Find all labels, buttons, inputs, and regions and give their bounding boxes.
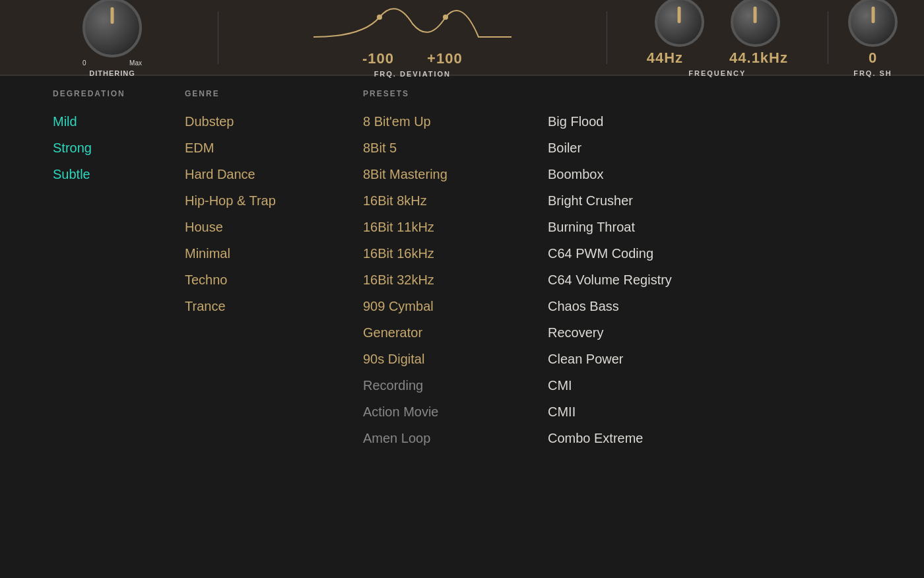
degradation-item-strong[interactable]: Strong (53, 141, 185, 154)
top-panel: 0 Max DITHERING -100 +100 FRQ. DEVIATION (0, 0, 924, 76)
preset-90s-digital[interactable]: 90s Digital (363, 352, 548, 366)
frq-shift-section: 0 FRQ. SH (835, 0, 911, 77)
preset-16bit-16khz[interactable]: 16Bit 16kHz (363, 247, 548, 260)
preset-recovery[interactable]: Recovery (548, 326, 733, 339)
preset-cmii[interactable]: CMII (548, 405, 733, 418)
preset-boombox[interactable]: Boombox (548, 168, 733, 181)
dithering-min-label: 0 (82, 59, 86, 67)
genre-column: GENRE Dubstep EDM Hard Dance Hip-Hop & T… (185, 89, 363, 565)
svg-point-0 (377, 15, 382, 20)
preset-recording[interactable]: Recording (363, 379, 548, 392)
main-content: DEGREDATION Mild Strong Subtle GENRE Dub… (0, 76, 924, 578)
preset-8bitem-up[interactable]: 8 Bit'em Up (363, 115, 548, 128)
dithering-knob[interactable] (82, 0, 142, 57)
frequency-label: FREQUENCY (688, 69, 746, 77)
frequency-value-2: 44.1kHz (729, 49, 788, 67)
degradation-item-mild[interactable]: Mild (53, 115, 185, 128)
genre-item-trance[interactable]: Trance (185, 300, 363, 313)
preset-16bit-8khz[interactable]: 16Bit 8kHz (363, 194, 548, 207)
dithering-labels: 0 Max (82, 59, 142, 67)
genre-item-edm[interactable]: EDM (185, 141, 363, 154)
preset-cmi[interactable]: CMI (548, 379, 733, 392)
svg-point-1 (443, 15, 448, 20)
frq-max-value: +100 (427, 50, 463, 67)
degradation-column: DEGREDATION Mild Strong Subtle (53, 89, 185, 565)
presets-section: PRESETS 8 Bit'em Up 8Bit 5 8Bit Masterin… (363, 89, 871, 565)
separator-2 (607, 11, 607, 64)
frq-deviation-label: FRQ. DEVIATION (374, 70, 451, 78)
genre-item-techno[interactable]: Techno (185, 273, 363, 286)
preset-8bit-mastering[interactable]: 8Bit Mastering (363, 168, 548, 181)
preset-bright-crusher[interactable]: Bright Crusher (548, 194, 733, 207)
dithering-section: 0 Max DITHERING (13, 0, 211, 87)
frq-shift-value: 0 (869, 49, 877, 67)
frq-curve-svg (314, 0, 512, 50)
preset-16bit-32khz[interactable]: 16Bit 32kHz (363, 273, 548, 286)
separator-1 (218, 11, 218, 64)
frequency-knob-2[interactable] (731, 0, 780, 47)
frequency-section: 44Hz 44.1kHz FREQUENCY (614, 0, 821, 77)
preset-big-flood[interactable]: Big Flood (548, 115, 733, 128)
genre-item-minimal[interactable]: Minimal (185, 247, 363, 260)
preset-16bit-11khz[interactable]: 16Bit 11kHz (363, 220, 548, 234)
genre-item-dubstep[interactable]: Dubstep (185, 115, 363, 128)
presets-column-2: PRESETS Big Flood Boiler Boombox Bright … (548, 89, 733, 565)
frq-min-value: -100 (362, 50, 394, 67)
preset-c64-volume[interactable]: C64 Volume Registry (548, 273, 733, 286)
genre-item-hard-dance[interactable]: Hard Dance (185, 168, 363, 181)
frequency-knob-1[interactable] (655, 0, 704, 47)
preset-boiler[interactable]: Boiler (548, 141, 733, 154)
separator-3 (828, 11, 828, 64)
dithering-max-label: Max (129, 59, 142, 67)
preset-burning-throat[interactable]: Burning Throat (548, 220, 733, 234)
frq-deviation-section: -100 +100 FRQ. DEVIATION (225, 0, 600, 78)
genre-item-hip-hop[interactable]: Hip-Hop & Trap (185, 194, 363, 207)
preset-amen-loop[interactable]: Amen Loop (363, 432, 548, 445)
preset-action-movie[interactable]: Action Movie (363, 405, 548, 418)
preset-chaos-bass[interactable]: Chaos Bass (548, 300, 733, 313)
genre-header: GENRE (185, 89, 363, 98)
preset-909-cymbal[interactable]: 909 Cymbal (363, 300, 548, 313)
frq-shift-knob-1[interactable] (848, 0, 898, 47)
degradation-item-subtle[interactable]: Subtle (53, 168, 185, 181)
degradation-header: DEGREDATION (53, 89, 185, 98)
preset-generator[interactable]: Generator (363, 326, 548, 339)
preset-c64-pwm[interactable]: C64 PWM Coding (548, 247, 733, 260)
genre-item-house[interactable]: House (185, 220, 363, 234)
preset-combo-extreme[interactable]: Combo Extreme (548, 432, 733, 445)
frequency-values-row: 44Hz 44.1kHz (647, 49, 788, 67)
presets-header: PRESETS (363, 89, 548, 98)
preset-clean-power[interactable]: Clean Power (548, 352, 733, 366)
presets-column-1: PRESETS 8 Bit'em Up 8Bit 5 8Bit Masterin… (363, 89, 548, 565)
frq-range-row: -100 +100 (362, 50, 463, 67)
frequency-value-1: 44Hz (647, 49, 683, 67)
dithering-param-label: DITHERING (89, 69, 135, 77)
preset-8bit5[interactable]: 8Bit 5 (363, 141, 548, 154)
frq-shift-label: FRQ. SH (853, 69, 892, 77)
